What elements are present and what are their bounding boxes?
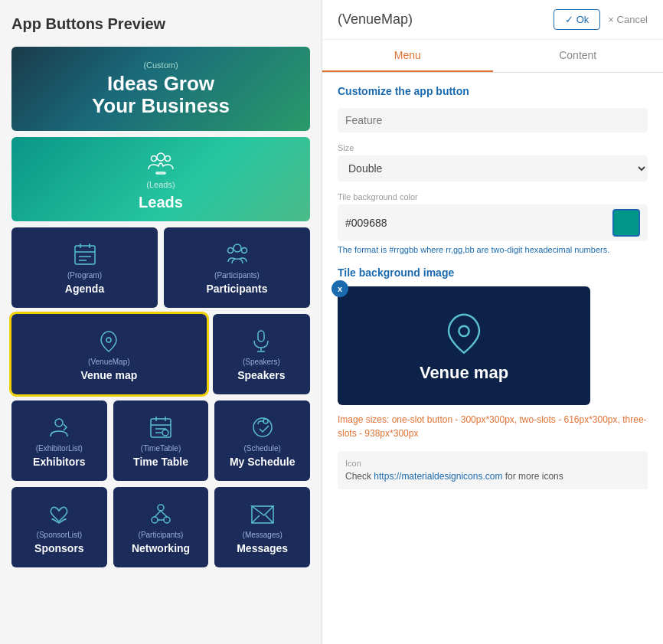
color-hint: The format is #rrggbb where rr,gg,bb are…: [338, 244, 648, 256]
icon-section: Icon Check https://materialdesignicons.c…: [338, 451, 648, 489]
venuemap-sub-label: (VenueMap): [88, 358, 129, 366]
btn-row-1: (Program) Agenda (Participants) Particip…: [11, 227, 310, 308]
schedule-sub-label: (Schedule): [244, 444, 281, 453]
svg-point-12: [241, 248, 247, 253]
venuemap-main-label: Venue map: [80, 369, 137, 381]
btn-networking[interactable]: (Participants) Networking: [113, 487, 209, 567]
btn-sponsors[interactable]: (SponsorList) Sponsors: [11, 487, 107, 567]
icon-section-label: Icon: [345, 459, 640, 468]
leads-main-label: Leads: [139, 194, 183, 211]
participants-sub-label: (Participants): [214, 271, 260, 280]
btn-schedule[interactable]: (Schedule) My Schedule: [214, 400, 310, 481]
image-preview-wrapper: Venue map x: [338, 286, 590, 405]
tile-bg-color-label: Tile background color: [338, 192, 648, 201]
icon-hint: Check https://materialdesignicons.com fo…: [345, 471, 640, 482]
venuemap-icon: [95, 327, 122, 355]
icon-hint-suffix: for more icons: [502, 471, 563, 482]
sponsors-main-label: Sponsors: [34, 542, 84, 554]
svg-point-24: [162, 430, 168, 436]
sponsors-icon: [45, 500, 73, 528]
preview-map-icon: [441, 309, 487, 355]
color-row: #009688: [338, 204, 648, 241]
svg-point-1: [152, 155, 157, 161]
color-swatch[interactable]: [612, 209, 640, 237]
speakers-sub-label: (Speakers): [243, 358, 280, 366]
networking-icon: [147, 500, 175, 528]
svg-point-2: [165, 155, 171, 161]
networking-sub-label: (Participants): [139, 531, 184, 539]
speakers-main-label: Speakers: [237, 369, 285, 381]
tab-menu[interactable]: Menu: [322, 40, 493, 72]
tab-content[interactable]: Content: [493, 40, 664, 72]
svg-point-27: [158, 505, 164, 511]
btn-row-3: (ExhibitorList) Exhibitors (TimeTable) T…: [11, 400, 310, 481]
agenda-sub-label: (Program): [67, 271, 102, 280]
btn-timetable[interactable]: (TimeTable) Time Table: [113, 400, 209, 481]
tile-bg-color-group: Tile background color #009688 The format…: [338, 192, 648, 256]
custom-sub-label: (Custom): [143, 60, 178, 70]
right-panel: (VenueMap) ✓ Ok × Cancel Menu Content Cu…: [322, 0, 663, 644]
right-panel-title: (VenueMap): [338, 11, 546, 28]
leads-sub-label: (Leads): [146, 180, 175, 189]
bg-image-title: Tile background image: [338, 266, 648, 279]
app-buttons-grid: (Custom) Ideas GrowYour Business (Leads)…: [11, 47, 310, 567]
schedule-icon: [249, 414, 276, 441]
btn-speakers[interactable]: (Speakers) Speakers: [213, 314, 310, 394]
btn-row-2: (VenueMap) Venue map (Speakers) Speakers: [11, 314, 310, 394]
svg-point-11: [227, 248, 233, 253]
exhibitors-icon: [45, 414, 73, 441]
svg-rect-14: [258, 331, 264, 342]
exhibitors-sub-label: (ExhibitorList): [36, 444, 83, 453]
left-panel: App Buttons Preview (Custom) Ideas GrowY…: [0, 0, 322, 644]
btn-participants[interactable]: (Participants) Participants: [164, 227, 310, 308]
size-field-group: Size Single Double Triple: [338, 143, 648, 181]
leads-icon: [147, 148, 175, 175]
size-label: Size: [338, 143, 648, 152]
svg-line-31: [161, 511, 167, 517]
svg-point-36: [459, 326, 469, 336]
right-panel-header: (VenueMap) ✓ Ok × Cancel: [322, 0, 663, 40]
sponsors-sub-label: (SponsorList): [37, 531, 82, 539]
btn-exhibitors[interactable]: (ExhibitorList) Exhibitors: [11, 400, 107, 481]
svg-marker-33: [252, 506, 273, 515]
svg-rect-4: [75, 246, 95, 264]
page-title: App Buttons Preview: [11, 15, 310, 33]
participants-icon: [224, 240, 251, 268]
materialdesignicons-link[interactable]: https://materialdesignicons.com: [374, 471, 502, 482]
svg-rect-3: [156, 172, 165, 174]
btn-venuemap[interactable]: (VenueMap) Venue map: [11, 314, 207, 394]
btn-agenda[interactable]: (Program) Agenda: [11, 227, 158, 308]
svg-point-28: [152, 517, 158, 523]
participants-main-label: Participants: [206, 283, 267, 295]
svg-point-29: [164, 517, 170, 523]
messages-sub-label: (Messages): [243, 531, 283, 539]
timetable-main-label: Time Table: [133, 456, 188, 468]
form-content: Customize the app button Size Single Dou…: [322, 73, 663, 502]
speakers-icon: [247, 327, 275, 355]
btn-messages[interactable]: (Messages) Messages: [214, 487, 310, 567]
tabs-row: Menu Content: [322, 40, 663, 73]
timetable-icon: [147, 414, 175, 441]
custom-main-label: Ideas GrowYour Business: [92, 73, 230, 116]
color-value: #009688: [345, 217, 606, 229]
svg-point-17: [55, 419, 63, 427]
messages-main-label: Messages: [237, 542, 288, 554]
messages-icon: [249, 500, 276, 528]
btn-leads[interactable]: (Leads) Leads: [11, 137, 310, 221]
btn-row-4: (SponsorList) Sponsors (Participants) Ne…: [11, 487, 310, 567]
svg-line-34: [252, 515, 260, 523]
btn-custom[interactable]: (Custom) Ideas GrowYour Business: [11, 47, 310, 131]
svg-point-13: [106, 338, 111, 342]
feature-field-group: [338, 108, 648, 132]
svg-line-35: [266, 515, 273, 523]
agenda-icon: [71, 240, 99, 268]
cancel-button[interactable]: × Cancel: [608, 14, 648, 25]
preview-label: Venue map: [420, 363, 508, 383]
section-title: Customize the app button: [338, 85, 648, 97]
size-select[interactable]: Single Double Triple: [338, 155, 648, 181]
networking-main-label: Networking: [132, 542, 190, 554]
svg-line-30: [155, 511, 161, 517]
feature-input[interactable]: [338, 108, 648, 132]
ok-button[interactable]: ✓ Ok: [554, 9, 600, 30]
schedule-main-label: My Schedule: [230, 456, 296, 468]
